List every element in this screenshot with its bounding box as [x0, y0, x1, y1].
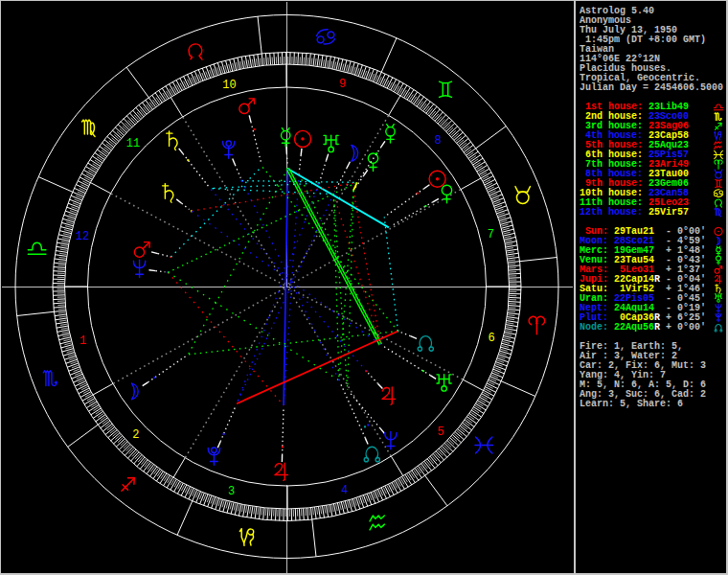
svg-text:5: 5 [437, 426, 444, 439]
svg-text:3: 3 [228, 485, 235, 498]
svg-text:11: 11 [126, 137, 140, 150]
svg-text:6: 6 [488, 332, 494, 345]
svg-text:2: 2 [132, 428, 139, 442]
svg-text:1: 1 [80, 334, 86, 348]
svg-text:9: 9 [339, 78, 346, 91]
svg-text:10: 10 [222, 79, 236, 92]
svg-text:12: 12 [76, 230, 89, 243]
svg-text:4: 4 [341, 484, 348, 497]
svg-text:7: 7 [488, 228, 494, 242]
svg-text:8: 8 [434, 134, 441, 148]
